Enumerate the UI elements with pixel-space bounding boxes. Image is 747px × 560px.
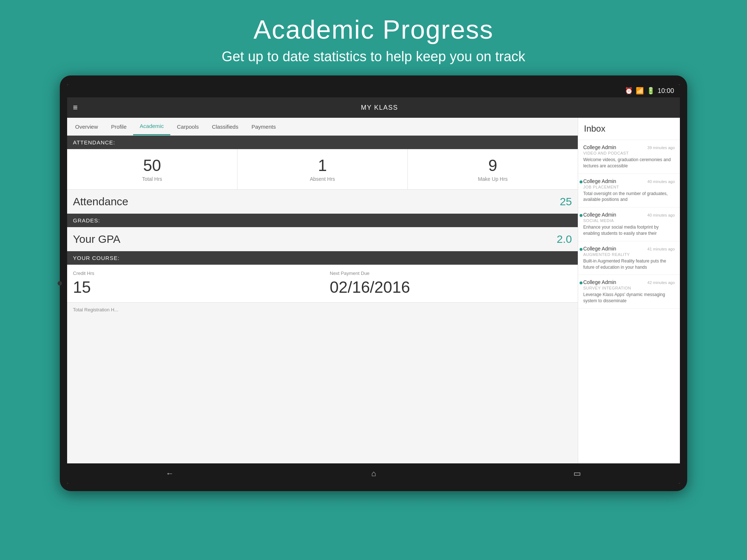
recents-button[interactable]: ▭: [573, 469, 581, 478]
grades-section-header: GRADES:: [67, 214, 578, 227]
inbox-sender-3: College Admin: [583, 246, 616, 252]
inbox-item-1[interactable]: College Admin 40 minutes ago JOB PLACEME…: [578, 174, 680, 208]
back-button[interactable]: ←: [166, 469, 174, 478]
tab-payments[interactable]: Payments: [245, 118, 282, 135]
tablet-screen: ⏰ 📶 🔋 10:00 ≡ MY KLASS Overview Profile …: [67, 84, 680, 484]
total-hrs-label: Total Hrs: [71, 176, 233, 182]
inbox-preview-3: Built-in Augmented Reality feature puts …: [583, 258, 675, 271]
side-button: [58, 281, 62, 285]
inbox-category-1: JOB PLACEMENT: [583, 185, 675, 189]
inbox-time-4: 42 minutes ago: [647, 280, 675, 285]
inbox-item-header-3: College Admin 41 minutes ago: [583, 246, 675, 252]
page-subtitle: Get up to date statistics to help keep y…: [222, 49, 525, 65]
tablet-device: ⏰ 📶 🔋 10:00 ≡ MY KLASS Overview Profile …: [60, 75, 687, 491]
status-bar: ⏰ 📶 🔋 10:00: [67, 84, 680, 97]
next-payment-label: Next Payment Due: [330, 271, 572, 276]
attendance-metric-row: Attendance 25: [67, 190, 578, 214]
inbox-preview-2: Enhance your social media footprint by e…: [583, 224, 675, 237]
inbox-item-0[interactable]: College Admin 39 minutes ago VIDEO AND P…: [578, 140, 680, 174]
inbox-item-header-4: College Admin 42 minutes ago: [583, 279, 675, 285]
total-reg-label: Total Registration H...: [73, 307, 572, 312]
bottom-nav: ← ⌂ ▭: [67, 463, 680, 484]
inbox-item-header-2: College Admin 40 minutes ago: [583, 212, 675, 218]
gpa-value: 2.0: [557, 233, 572, 245]
main-content: ATTENDANCE: 50 Total Hrs 1 Absent Hrs 9: [67, 136, 578, 463]
inbox-item-4[interactable]: College Admin 42 minutes ago SURVEY INTE…: [578, 275, 680, 309]
absent-hrs-number: 1: [241, 156, 404, 175]
wifi-icon: 📶: [636, 87, 644, 95]
inbox-sender-4: College Admin: [583, 279, 616, 285]
inbox-preview-0: Welcome videos, graduation ceremonies an…: [583, 157, 675, 169]
inbox-panel: Inbox College Admin 39 minutes ago VIDEO…: [578, 118, 680, 463]
inbox-preview-4: Leverage Klass Apps' dynamic messaging s…: [583, 292, 675, 304]
attendance-section-header: ATTENDANCE:: [67, 136, 578, 149]
tabs-bar: Overview Profile Academic Carpools Class…: [67, 118, 578, 136]
total-hrs-number: 50: [71, 156, 233, 175]
alarm-icon: ⏰: [625, 87, 633, 95]
inbox-sender-1: College Admin: [583, 178, 616, 184]
inbox-category-4: SURVEY INTEGRATION: [583, 286, 675, 290]
credit-hrs-field: Credit Hrs 15: [73, 271, 315, 296]
inbox-category-0: VIDEO AND PODCAST: [583, 151, 675, 155]
credit-hrs-value: 15: [73, 278, 315, 296]
tab-overview[interactable]: Overview: [69, 118, 105, 135]
next-payment-value: 02/16/2016: [330, 278, 572, 296]
makeup-hrs-stat: 9 Make Up Hrs: [408, 149, 578, 189]
makeup-hrs-label: Make Up Hrs: [411, 176, 574, 182]
left-panel: Overview Profile Academic Carpools Class…: [67, 118, 578, 463]
course-row: Credit Hrs 15 Next Payment Due 02/16/201…: [67, 265, 578, 302]
total-hrs-stat: 50 Total Hrs: [67, 149, 237, 189]
makeup-hrs-number: 9: [411, 156, 574, 175]
absent-hrs-label: Absent Hrs: [241, 176, 404, 182]
inbox-category-3: AUGMENTED REALITY: [583, 252, 675, 257]
inbox-preview-1: Total oversight on the number of graduat…: [583, 191, 675, 203]
inbox-time-2: 40 minutes ago: [647, 213, 675, 217]
inbox-list: College Admin 39 minutes ago VIDEO AND P…: [578, 140, 680, 463]
tab-classifieds[interactable]: Classifieds: [205, 118, 245, 135]
gpa-row: Your GPA 2.0: [67, 227, 578, 251]
inbox-item-header-0: College Admin 39 minutes ago: [583, 144, 675, 150]
content-area: Overview Profile Academic Carpools Class…: [67, 118, 680, 463]
home-button[interactable]: ⌂: [371, 469, 376, 478]
inbox-item-3[interactable]: College Admin 41 minutes ago AUGMENTED R…: [578, 241, 680, 275]
inbox-time-0: 39 minutes ago: [647, 145, 675, 150]
total-reg-row: Total Registration H...: [67, 302, 578, 317]
attendance-value: 25: [560, 195, 572, 208]
course-row-inner: Credit Hrs 15 Next Payment Due 02/16/201…: [73, 271, 572, 296]
page-title: Academic Progress: [222, 15, 525, 44]
next-payment-field: Next Payment Due 02/16/2016: [330, 271, 572, 296]
credit-hrs-label: Credit Hrs: [73, 271, 315, 276]
battery-icon: 🔋: [647, 87, 655, 95]
app-bar: ≡ MY KLASS: [67, 97, 680, 118]
course-section-header: YOUR COURSE:: [67, 251, 578, 265]
inbox-time-1: 40 minutes ago: [647, 179, 675, 184]
attendance-stats: 50 Total Hrs 1 Absent Hrs 9 Make Up Hrs: [67, 149, 578, 190]
attendance-title: Attendance: [73, 195, 128, 208]
hamburger-icon[interactable]: ≡: [73, 103, 78, 112]
tab-carpools[interactable]: Carpools: [170, 118, 205, 135]
absent-hrs-stat: 1 Absent Hrs: [237, 149, 408, 189]
status-time: 10:00: [658, 87, 674, 95]
tab-profile[interactable]: Profile: [105, 118, 133, 135]
inbox-sender-2: College Admin: [583, 212, 616, 218]
tab-academic[interactable]: Academic: [133, 118, 170, 135]
inbox-sender-0: College Admin: [583, 144, 616, 150]
inbox-category-2: SOCIAL MEDIA: [583, 218, 675, 223]
app-bar-title: MY KLASS: [85, 104, 674, 112]
inbox-item-header-1: College Admin 40 minutes ago: [583, 178, 675, 184]
gpa-title: Your GPA: [73, 233, 120, 245]
inbox-item-2[interactable]: College Admin 40 minutes ago SOCIAL MEDI…: [578, 207, 680, 241]
inbox-header: Inbox: [578, 118, 680, 140]
status-icons: ⏰ 📶 🔋 10:00: [625, 87, 674, 95]
inbox-time-3: 41 minutes ago: [647, 247, 675, 251]
